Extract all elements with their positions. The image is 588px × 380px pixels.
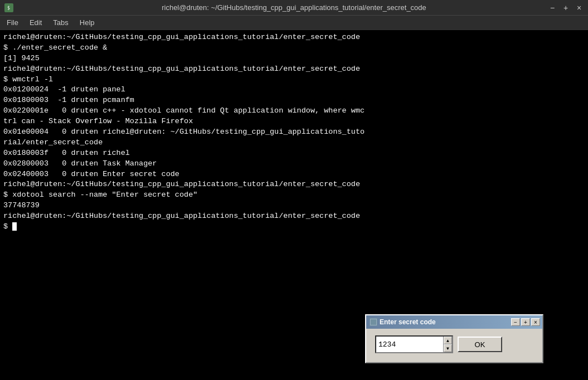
svg-text:$: $ <box>7 6 10 11</box>
terminal-icon: $ <box>4 3 13 12</box>
dialog-title-left: Enter secret code <box>370 318 436 326</box>
dialog-title-controls: − + × <box>511 318 540 326</box>
svg-rect-2 <box>371 319 376 325</box>
dialog-title-text: Enter secret code <box>380 318 436 326</box>
terminal-cursor <box>12 222 17 231</box>
enter-secret-code-dialog: Enter secret code − + × ▲ ▼ <box>365 314 543 363</box>
secret-code-input[interactable] <box>376 337 443 352</box>
dialog-title-bar: Enter secret code − + × <box>366 315 542 329</box>
maximize-button[interactable]: + <box>561 3 570 12</box>
title-bar: $ richel@druten: ~/GitHubs/testing_cpp_g… <box>0 0 588 16</box>
dialog-maximize-button[interactable]: + <box>521 318 530 326</box>
dialog-close-button[interactable]: × <box>531 318 540 326</box>
terminal-content[interactable]: richel@druten:~/GitHubs/testing_cpp_gui_… <box>0 30 588 380</box>
spinbox-arrows: ▲ ▼ <box>443 337 452 352</box>
menu-help[interactable]: Help <box>75 17 99 28</box>
dialog-minimize-button[interactable]: − <box>511 318 520 326</box>
spinbox-container: ▲ ▼ <box>375 335 453 353</box>
dialog-overlay: Enter secret code − + × ▲ ▼ <box>365 314 543 363</box>
minimize-button[interactable]: − <box>548 3 557 12</box>
title-bar-left: $ <box>4 3 13 12</box>
dialog-body: ▲ ▼ OK <box>366 329 542 362</box>
menu-tabs[interactable]: Tabs <box>48 17 72 28</box>
window-controls: − + × <box>548 3 584 12</box>
menu-edit[interactable]: Edit <box>25 17 46 28</box>
dialog-app-icon <box>370 318 377 326</box>
spinbox-down-button[interactable]: ▼ <box>444 344 452 352</box>
spinbox-up-button[interactable]: ▲ <box>444 337 452 344</box>
window-title: richel@druten: ~/GitHubs/testing_cpp_gui… <box>162 3 426 12</box>
terminal-window: $ richel@druten: ~/GitHubs/testing_cpp_g… <box>0 0 588 380</box>
ok-button[interactable]: OK <box>458 337 502 352</box>
terminal-output: richel@druten:~/GitHubs/testing_cpp_gui_… <box>3 32 585 232</box>
close-button[interactable]: × <box>575 3 584 12</box>
menu-file[interactable]: File <box>2 17 23 28</box>
menu-bar: File Edit Tabs Help <box>0 16 588 30</box>
